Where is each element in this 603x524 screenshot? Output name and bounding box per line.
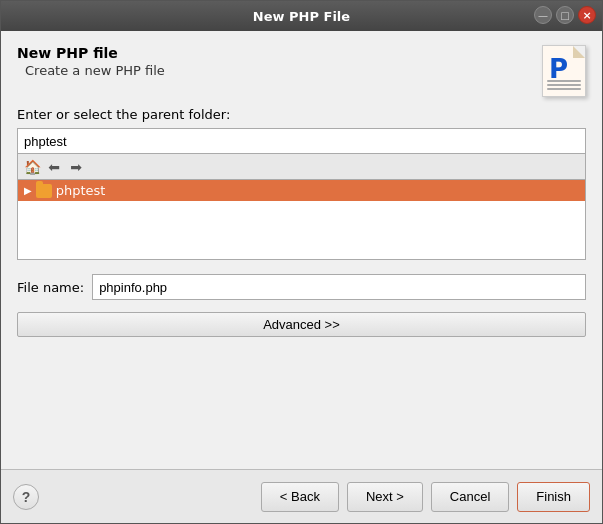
filename-label: File name: — [17, 280, 84, 295]
back-icon[interactable]: ⬅ — [44, 157, 64, 177]
tree-item-label: phptest — [56, 183, 106, 198]
header-row: New PHP file Create a new PHP file P — [17, 45, 586, 97]
header-text: New PHP file Create a new PHP file — [17, 45, 165, 78]
dialog-subtitle: Create a new PHP file — [17, 63, 165, 78]
tree-item-phptest[interactable]: ▶ phptest — [18, 180, 585, 201]
doc-line — [547, 88, 581, 90]
close-button[interactable]: × — [578, 6, 596, 24]
doc-line — [547, 84, 581, 86]
window-title: New PHP File — [253, 9, 350, 24]
folder-icon — [36, 184, 52, 198]
back-button[interactable]: < Back — [261, 482, 339, 512]
titlebar: New PHP File — □ × — [1, 1, 602, 31]
forward-icon[interactable]: ➡ — [66, 157, 86, 177]
php-icon-letter: P — [549, 56, 568, 82]
filename-row: File name: — [17, 274, 586, 300]
advanced-button[interactable]: Advanced >> — [17, 312, 586, 337]
cancel-button[interactable]: Cancel — [431, 482, 509, 512]
filename-input[interactable] — [92, 274, 586, 300]
bottom-bar: ? < Back Next > Cancel Finish — [1, 469, 602, 523]
next-button[interactable]: Next > — [347, 482, 423, 512]
folder-toolbar: 🏠 ⬅ ➡ — [17, 154, 586, 180]
doc-line — [547, 80, 581, 82]
home-icon[interactable]: 🏠 — [22, 157, 42, 177]
help-button[interactable]: ? — [13, 484, 39, 510]
finish-button[interactable]: Finish — [517, 482, 590, 512]
content-spacer — [17, 337, 586, 469]
maximize-button[interactable]: □ — [556, 6, 574, 24]
php-doc-lines — [547, 80, 581, 92]
folder-section: Enter or select the parent folder: 🏠 ⬅ ➡… — [17, 107, 586, 260]
parent-folder-input[interactable] — [17, 128, 586, 154]
dialog-window: New PHP File — □ × New PHP file Create a… — [0, 0, 603, 524]
dialog-title: New PHP file — [17, 45, 165, 61]
tree-arrow: ▶ — [24, 185, 32, 196]
dialog-content: New PHP file Create a new PHP file P Ent… — [1, 31, 602, 469]
folder-label: Enter or select the parent folder: — [17, 107, 586, 122]
folder-tree[interactable]: ▶ phptest — [17, 180, 586, 260]
minimize-button[interactable]: — — [534, 6, 552, 24]
php-file-icon: P — [542, 45, 586, 97]
window-controls: — □ × — [534, 6, 596, 24]
